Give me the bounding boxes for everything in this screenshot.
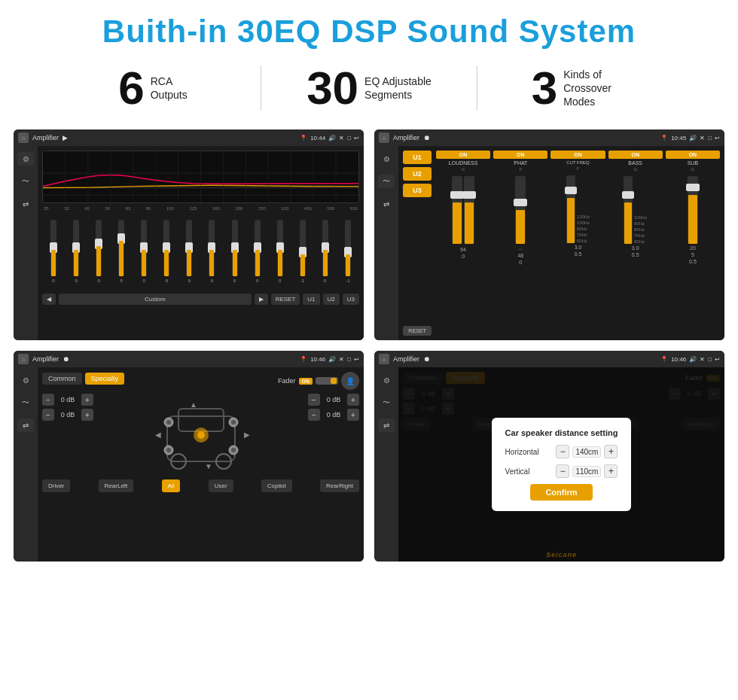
eq-slider-track-1 bbox=[50, 220, 56, 276]
horizontal-minus-btn[interactable]: − bbox=[556, 445, 569, 458]
cross-sidebar-icon-1[interactable]: ⚙ bbox=[378, 152, 395, 166]
db-plus-bl[interactable]: + bbox=[81, 409, 93, 421]
cross-sidebar-icon-2[interactable]: 〜 bbox=[378, 175, 395, 188]
window-icon-3: □ bbox=[347, 356, 351, 363]
eq-slider-14[interactable]: -1 bbox=[345, 220, 351, 283]
eq-slider-12[interactable]: -1 bbox=[300, 220, 306, 283]
next-button[interactable]: ▶ bbox=[255, 294, 268, 305]
eq-slider-track-3 bbox=[96, 220, 102, 276]
db-minus-tl[interactable]: − bbox=[42, 394, 54, 406]
cross-u3-button[interactable]: U3 bbox=[403, 184, 432, 197]
screen-fader-content: ⚙ 〜 ⇄ Common Specialty Fader ON bbox=[14, 367, 364, 562]
cross-sidebar-icon-3[interactable]: ⇄ bbox=[378, 197, 395, 211]
sub-on-btn[interactable]: ON bbox=[666, 151, 720, 159]
dialog-horizontal-row: Horizontal − 140cm + bbox=[505, 445, 618, 458]
car-diagram: ▲ ▼ ◀ ▶ bbox=[99, 394, 302, 476]
custom-button[interactable]: Custom bbox=[59, 294, 252, 305]
eq-sidebar-icon-1[interactable]: ⚙ bbox=[17, 152, 34, 166]
back-icon-2: ↩ bbox=[715, 135, 720, 142]
cross-area: U1 U2 U3 RESET ON LOUDNESS G bbox=[398, 146, 724, 340]
cross-u2-button[interactable]: U2 bbox=[403, 167, 432, 181]
dialog-sidebar-icon-3[interactable]: ⇄ bbox=[378, 418, 395, 432]
eq-slider-9[interactable]: 0 bbox=[232, 220, 238, 283]
eq-slider-10[interactable]: 0 bbox=[255, 220, 261, 283]
eq-sidebar-icon-3[interactable]: ⇄ bbox=[17, 197, 34, 211]
eq-val-6: 0 bbox=[166, 278, 168, 283]
specialty-tab[interactable]: Specialty bbox=[85, 373, 125, 385]
eq-slider-4[interactable]: 5 bbox=[118, 220, 124, 283]
screen-dialog: ⌂ Amplifier ⏺ 📍 10:46 🔊 ✕ □ ↩ ⚙ 〜 ⇄ bbox=[374, 351, 724, 562]
bottom-buttons: Driver RearLeft All User Copilot RearRig… bbox=[42, 479, 359, 492]
driver-button[interactable]: Driver bbox=[42, 479, 70, 492]
screen-eq-title: Amplifier bbox=[32, 134, 59, 142]
reset-button[interactable]: RESET bbox=[271, 294, 300, 305]
eq-graph bbox=[42, 151, 359, 203]
db-plus-tr[interactable]: + bbox=[347, 394, 359, 406]
u2-button[interactable]: U2 bbox=[323, 294, 340, 305]
eq-curve-svg bbox=[43, 151, 358, 202]
db-plus-tl[interactable]: + bbox=[81, 394, 93, 406]
u1-button[interactable]: U1 bbox=[303, 294, 319, 305]
dialog-overlay: Car speaker distance setting Horizontal … bbox=[398, 367, 724, 562]
prev-button[interactable]: ◀ bbox=[42, 294, 56, 305]
eq-slider-11[interactable]: 0 bbox=[277, 220, 283, 283]
fader-sidebar-icon-2[interactable]: 〜 bbox=[17, 396, 34, 409]
eq-slider-2[interactable]: 0 bbox=[73, 220, 79, 283]
dialog-sidebar-icon-2[interactable]: 〜 bbox=[378, 396, 395, 409]
bass-on-btn[interactable]: ON bbox=[608, 151, 663, 159]
all-button[interactable]: All bbox=[162, 479, 181, 492]
svg-text:▶: ▶ bbox=[244, 431, 250, 439]
stat-eq-label: EQ AdjustableSegments bbox=[364, 75, 432, 102]
screen-fader: ⌂ Amplifier ⏺ 📍 10:46 🔊 ✕ □ ↩ ⚙ 〜 ⇄ bbox=[14, 351, 364, 562]
db-control-tl: − 0 dB + bbox=[42, 394, 93, 406]
home-icon-4: ⌂ bbox=[379, 354, 389, 364]
bass-label: BASS bbox=[628, 160, 642, 166]
vertical-plus-btn[interactable]: + bbox=[604, 464, 618, 478]
cutfreq-on-btn[interactable]: ON bbox=[550, 151, 605, 159]
cross-u1-button[interactable]: U1 bbox=[403, 151, 432, 164]
fader-sidebar-icon-3[interactable]: ⇄ bbox=[17, 418, 34, 432]
eq-val-8: 0 bbox=[211, 278, 213, 283]
eq-bottom-bar: ◀ Custom ▶ RESET U1 U2 U3 bbox=[42, 294, 359, 305]
phat-on-btn[interactable]: ON bbox=[493, 151, 547, 159]
location-icon-2: 📍 bbox=[660, 135, 668, 142]
eq-slider-13[interactable]: 0 bbox=[322, 220, 328, 283]
user-button[interactable]: User bbox=[209, 479, 233, 492]
db-minus-br[interactable]: − bbox=[308, 409, 320, 421]
common-tab[interactable]: Common bbox=[42, 373, 82, 385]
eq-slider-3[interactable]: 0 bbox=[96, 220, 102, 283]
loudness-on-btn[interactable]: ON bbox=[436, 151, 490, 159]
svg-point-23 bbox=[231, 420, 236, 425]
dialog-horizontal-control: − 140cm + bbox=[556, 445, 618, 458]
eq-slider-1[interactable]: 0 bbox=[50, 220, 56, 283]
stat-crossover: 3 Kinds ofCrossover Modes bbox=[477, 65, 693, 111]
eq-slider-8[interactable]: 0 bbox=[209, 220, 215, 283]
copilot-button[interactable]: Copilot bbox=[261, 479, 292, 492]
eq-slider-track-11 bbox=[277, 220, 283, 276]
rearleft-button[interactable]: RearLeft bbox=[99, 479, 134, 492]
speaker-icon-3: 🔊 bbox=[328, 356, 336, 363]
horizontal-plus-btn[interactable]: + bbox=[604, 445, 618, 458]
dialog-box: Car speaker distance setting Horizontal … bbox=[492, 418, 632, 511]
eq-slider-7[interactable]: 0 bbox=[186, 220, 192, 283]
cross-reset-button[interactable]: RESET bbox=[403, 326, 432, 336]
eq-slider-5[interactable]: 0 bbox=[141, 220, 147, 283]
dialog-sidebar-icon-1[interactable]: ⚙ bbox=[378, 373, 395, 387]
db-minus-bl[interactable]: − bbox=[42, 409, 54, 421]
stat-crossover-number: 3 bbox=[532, 65, 557, 111]
eq-slider-6[interactable]: 0 bbox=[163, 220, 169, 283]
confirm-button[interactable]: Confirm bbox=[530, 484, 592, 501]
db-plus-br[interactable]: + bbox=[347, 409, 359, 421]
cutfreq-sublabel: F bbox=[577, 166, 580, 171]
rearright-button[interactable]: RearRight bbox=[320, 479, 359, 492]
eq-val-12: -1 bbox=[300, 278, 304, 283]
back-icon-4: ↩ bbox=[715, 356, 720, 363]
home-icon-2: ⌂ bbox=[379, 132, 389, 143]
fader-label: Fader bbox=[278, 377, 296, 385]
db-minus-tr[interactable]: − bbox=[308, 394, 320, 406]
u3-button[interactable]: U3 bbox=[343, 294, 359, 305]
eq-val-11: 0 bbox=[279, 278, 281, 283]
fader-sidebar-icon-1[interactable]: ⚙ bbox=[17, 373, 34, 387]
eq-sidebar-icon-2[interactable]: 〜 bbox=[17, 175, 34, 188]
vertical-minus-btn[interactable]: − bbox=[556, 464, 569, 478]
